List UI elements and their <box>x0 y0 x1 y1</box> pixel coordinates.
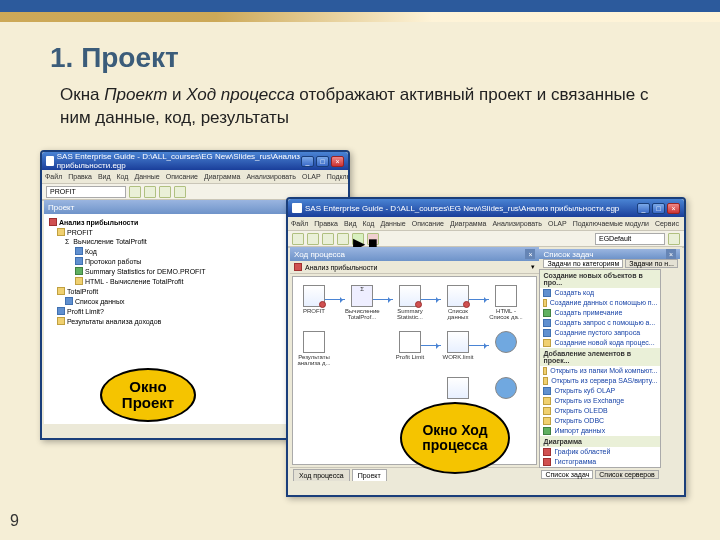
chart-icon <box>543 458 551 466</box>
close-icon[interactable]: × <box>525 249 535 259</box>
project-icon <box>294 263 302 271</box>
toolbar-button[interactable] <box>292 233 304 245</box>
node-profit[interactable]: PROFIT <box>297 285 331 314</box>
task-tabs[interactable]: Задачи по категориям Задачи по н... <box>541 259 680 268</box>
minimize-button[interactable]: _ <box>301 156 314 167</box>
app-icon <box>46 156 54 166</box>
node-extra[interactable] <box>441 377 475 400</box>
toolbar-button[interactable] <box>307 233 319 245</box>
slide-title: 1. Проект <box>50 42 720 74</box>
node-profit-limit[interactable]: Profit Limit <box>393 331 427 360</box>
code-icon <box>75 247 83 255</box>
note-icon <box>543 309 551 317</box>
import-icon <box>543 427 551 435</box>
close-button[interactable]: × <box>331 156 344 167</box>
stats-icon <box>75 267 83 275</box>
tab-flow[interactable]: Ход процесса <box>293 469 350 481</box>
node-results[interactable]: Результаты анализа д... <box>297 331 331 366</box>
odbc-icon <box>543 417 551 425</box>
titlebar[interactable]: SAS Enterprise Guide - D:\ALL_courses\EG… <box>288 199 684 217</box>
flow-icon <box>543 339 551 347</box>
query-icon <box>543 329 551 337</box>
list-icon <box>65 297 73 305</box>
tab-tasklist[interactable]: Список задач <box>541 470 593 479</box>
data-icon <box>57 287 65 295</box>
code-icon <box>543 289 551 297</box>
maximize-button[interactable]: □ <box>652 203 665 214</box>
chart-icon <box>543 448 551 456</box>
menubar[interactable]: ФайлПравкаВидКодДанныеОписаниеДиаграммаА… <box>42 170 348 184</box>
run-button[interactable]: ▶ <box>352 233 364 245</box>
olap-icon <box>543 387 551 395</box>
toolbar-button[interactable] <box>159 186 171 198</box>
window-title: SAS Enterprise Guide - D:\ALL_courses\EG… <box>57 152 301 170</box>
query-icon <box>57 307 65 315</box>
data-selector[interactable]: PROFIT <box>46 186 126 198</box>
callout-project: Окно Проект <box>100 368 196 422</box>
menubar[interactable]: ФайлПравкаВидКодДанныеОписаниеДиаграммаА… <box>288 217 684 231</box>
slide-body: Окна Проект и Ход процесса отображают ак… <box>60 84 665 130</box>
node-summary[interactable]: Summary Statistic... <box>393 285 427 320</box>
flow-subtitle: Анализ прибыльности <box>305 264 377 271</box>
toolbar-button[interactable] <box>668 233 680 245</box>
tab-servers[interactable]: Список серверов <box>595 470 659 479</box>
query-icon <box>543 319 551 327</box>
maximize-button[interactable]: □ <box>316 156 329 167</box>
minimize-button[interactable]: _ <box>637 203 650 214</box>
page-number: 9 <box>10 512 19 530</box>
callout-flow: Окно Ход процесса <box>400 402 510 474</box>
data-icon <box>543 299 546 307</box>
style-selector[interactable]: EGDefault <box>595 233 665 245</box>
toolbar[interactable]: ▶ ■ EGDefault <box>288 231 684 247</box>
tasklist-header: Список задач× <box>539 249 680 259</box>
node-globe[interactable] <box>489 331 523 354</box>
node-calc[interactable]: ΣВычисление TotalProf... <box>345 285 379 320</box>
node-list[interactable]: Список данных <box>441 285 475 320</box>
open-icon <box>543 377 548 385</box>
window-title: SAS Enterprise Guide - D:\ALL_courses\EG… <box>305 204 619 213</box>
data-icon <box>57 228 65 236</box>
bottom-tabs[interactable]: Ход процесса Проект <box>290 467 539 481</box>
tab-project[interactable]: Проект <box>352 469 387 481</box>
close-button[interactable]: × <box>667 203 680 214</box>
close-icon[interactable]: × <box>666 249 676 259</box>
oledb-icon <box>543 407 551 415</box>
node-html[interactable]: HTML - Список да... <box>489 285 523 320</box>
toolbar-button[interactable] <box>144 186 156 198</box>
node-work-limit[interactable]: WORK.limit <box>441 331 475 360</box>
flow-pane-header: Ход процесса× <box>290 247 539 261</box>
toolbar-button[interactable] <box>174 186 186 198</box>
stop-button[interactable]: ■ <box>367 233 379 245</box>
toolbar-button[interactable] <box>322 233 334 245</box>
app-icon <box>292 203 302 213</box>
toolbar-button[interactable] <box>129 186 141 198</box>
toolbar-button[interactable] <box>337 233 349 245</box>
titlebar[interactable]: SAS Enterprise Guide - D:\ALL_courses\EG… <box>42 152 348 170</box>
results-icon <box>57 317 65 325</box>
node-globe2[interactable] <box>489 377 523 400</box>
exchange-icon <box>543 397 551 405</box>
log-icon <box>75 257 83 265</box>
html-icon <box>75 277 83 285</box>
project-icon <box>49 218 57 226</box>
open-icon <box>543 367 547 375</box>
task-list[interactable]: Создание новых объектов в про... Создать… <box>539 269 661 468</box>
